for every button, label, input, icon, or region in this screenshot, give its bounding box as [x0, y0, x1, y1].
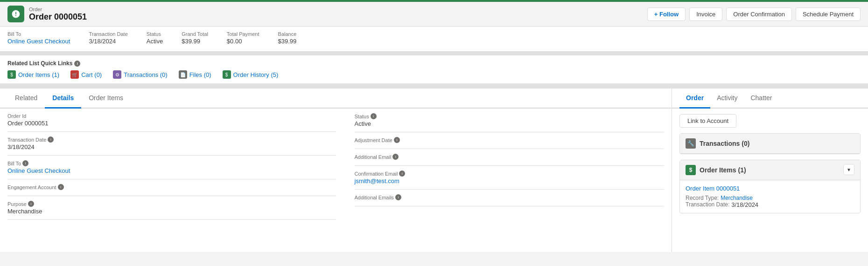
record-type-label: Record Type:	[686, 195, 719, 201]
order-history-icon: $	[223, 70, 231, 79]
detail-right-col: Status i Active Adjustment Date i Additi…	[336, 109, 665, 220]
right-tab-activity[interactable]: Activity	[710, 89, 744, 109]
order-id-value: Order 0000051	[7, 120, 336, 127]
transactions-icon: ⚙	[113, 70, 121, 79]
additional-email-label: Additional Email i	[355, 154, 665, 160]
bill-to-value[interactable]: Online Guest Checkout	[7, 38, 70, 45]
order-items-dropdown-icon[interactable]: ▼	[843, 164, 854, 175]
bill-to-label-detail: Bill To i	[7, 160, 336, 166]
confirmation-email-value: jsmith@test.com	[355, 177, 665, 184]
order-item-row: Order Item 0000051	[686, 185, 854, 192]
field-additional-email: Additional Email i	[355, 149, 665, 166]
field-additional-emails: Additional Emails i	[355, 190, 665, 206]
grand-total-label: Grand Total	[182, 31, 208, 37]
transaction-date-value: 3/18/2024	[89, 38, 127, 45]
tab-related[interactable]: Related	[7, 89, 45, 109]
order-history-link[interactable]: Order History (5)	[233, 71, 279, 78]
balance-value: $39.99	[278, 38, 297, 45]
schedule-payment-button[interactable]: Schedule Payment	[796, 7, 861, 21]
right-tab-order[interactable]: Order	[679, 89, 710, 109]
order-items-icon: $	[7, 70, 16, 79]
additional-emails-label: Additional Emails i	[355, 194, 665, 200]
header-actions: + Follow Invoice Order Confirmation Sche…	[647, 7, 861, 21]
divider	[0, 52, 868, 55]
order-items-section-header[interactable]: $ Order Items (1) ▼	[680, 160, 860, 180]
left-panel: Related Details Order Items Order Id Ord…	[0, 89, 672, 252]
status-label-detail: Status i	[355, 113, 665, 119]
transactions-section: 🔧 Transactions (0)	[679, 133, 861, 154]
additional-email-info-icon: i	[392, 154, 399, 160]
order-items-link[interactable]: Order Items (1)	[18, 71, 59, 78]
field-status: Status i Active	[355, 109, 665, 132]
status-value: Active	[147, 38, 163, 45]
detail-left-col: Order Id Order 0000051 Transaction Date …	[7, 109, 336, 220]
quick-links-row: $ Order Items (1) 🛒 Cart (0) ⚙ Transacti…	[7, 70, 861, 79]
purpose-info-icon: i	[28, 201, 34, 207]
divider2	[0, 85, 868, 89]
order-items-section: $ Order Items (1) ▼ Order Item 0000051 R…	[679, 160, 861, 213]
status-info-icon: i	[371, 113, 377, 119]
transaction-date-item-label: Transaction Date:	[686, 201, 729, 208]
summary-bar: Bill To Online Guest Checkout Transactio…	[0, 27, 868, 52]
confirmation-email-link[interactable]: jsmith@test.com	[355, 177, 399, 184]
tab-order-items[interactable]: Order Items	[81, 89, 131, 109]
right-tab-chatter[interactable]: Chatter	[744, 89, 778, 109]
transactions-section-header[interactable]: 🔧 Transactions (0)	[680, 134, 860, 154]
transaction-date-item-value: 3/18/2024	[731, 201, 758, 208]
status-label: Status	[147, 31, 163, 37]
cart-icon: 🛒	[70, 70, 79, 79]
quick-link-order-history: $ Order History (5)	[223, 70, 279, 79]
order-confirmation-button[interactable]: Order Confirmation	[726, 7, 792, 21]
quick-link-cart: 🛒 Cart (0)	[70, 70, 102, 79]
order-items-section-body: Order Item 0000051 Record Type: Merchand…	[680, 180, 860, 213]
field-purpose: Purpose i Merchandise	[7, 196, 336, 220]
field-order-id: Order Id Order 0000051	[7, 109, 336, 132]
transactions-link[interactable]: Transactions (0)	[124, 71, 167, 78]
transaction-date-label-detail: Transaction Date i	[7, 136, 336, 143]
bill-to-value-detail: Online Guest Checkout	[7, 167, 336, 174]
detail-grid: Order Id Order 0000051 Transaction Date …	[7, 109, 664, 220]
files-icon: 📄	[179, 70, 187, 79]
bill-to-label: Bill To	[7, 31, 70, 37]
files-link[interactable]: Files (0)	[189, 71, 211, 78]
additional-emails-info-icon: i	[395, 194, 401, 200]
link-to-account-button[interactable]: Link to Account	[679, 114, 736, 128]
transactions-section-title: Transactions (0)	[700, 140, 749, 147]
total-payment-value: $0.00	[227, 38, 259, 45]
bill-to-link[interactable]: Online Guest Checkout	[7, 167, 70, 174]
order-icon	[7, 6, 24, 22]
page-header: Order Order 0000051 + Follow Invoice Ord…	[0, 0, 868, 27]
adjustment-date-info-icon: i	[394, 137, 400, 143]
summary-balance: Balance $39.99	[278, 31, 297, 45]
field-transaction-date: Transaction Date i 3/18/2024	[7, 132, 336, 156]
transaction-date-value-detail: 3/18/2024	[7, 143, 336, 150]
invoice-button[interactable]: Invoice	[689, 7, 722, 21]
engagement-account-label: Engagement Account i	[7, 184, 336, 190]
adjustment-date-label: Adjustment Date i	[355, 137, 665, 143]
field-bill-to: Bill To i Online Guest Checkout	[7, 156, 336, 179]
order-items-section-title: Order Items (1)	[700, 166, 746, 174]
quick-link-order-items: $ Order Items (1)	[7, 70, 59, 79]
purpose-label: Purpose i	[7, 201, 336, 207]
cart-link[interactable]: Cart (0)	[81, 71, 102, 78]
right-content: Link to Account 🔧 Transactions (0) $ Ord…	[672, 109, 868, 225]
record-type-row: Record Type: Merchandise	[686, 195, 854, 201]
order-item-link[interactable]: Order Item 0000051	[686, 185, 740, 192]
summary-grand-total: Grand Total $39.99	[182, 31, 208, 45]
left-tabs-bar: Related Details Order Items	[0, 89, 672, 109]
follow-button[interactable]: + Follow	[647, 7, 686, 21]
quick-link-transactions: ⚙ Transactions (0)	[113, 70, 167, 79]
field-confirmation-email: Confirmation Email i jsmith@test.com	[355, 166, 665, 190]
transactions-section-icon: 🔧	[686, 138, 696, 149]
order-id-label: Order Id	[7, 113, 336, 119]
transaction-date-info-icon: i	[48, 136, 54, 143]
quick-links-section: Related List Quick Links i $ Order Items…	[0, 55, 868, 85]
field-engagement-account: Engagement Account i	[7, 179, 336, 196]
field-adjustment-date: Adjustment Date i	[355, 132, 665, 149]
summary-transaction-date: Transaction Date 3/18/2024	[89, 31, 127, 45]
tab-details[interactable]: Details	[45, 89, 81, 109]
main-content: Related Details Order Items Order Id Ord…	[0, 89, 868, 252]
grand-total-value: $39.99	[182, 38, 208, 45]
engagement-account-info-icon: i	[58, 184, 64, 190]
purpose-value: Merchandise	[7, 208, 336, 215]
